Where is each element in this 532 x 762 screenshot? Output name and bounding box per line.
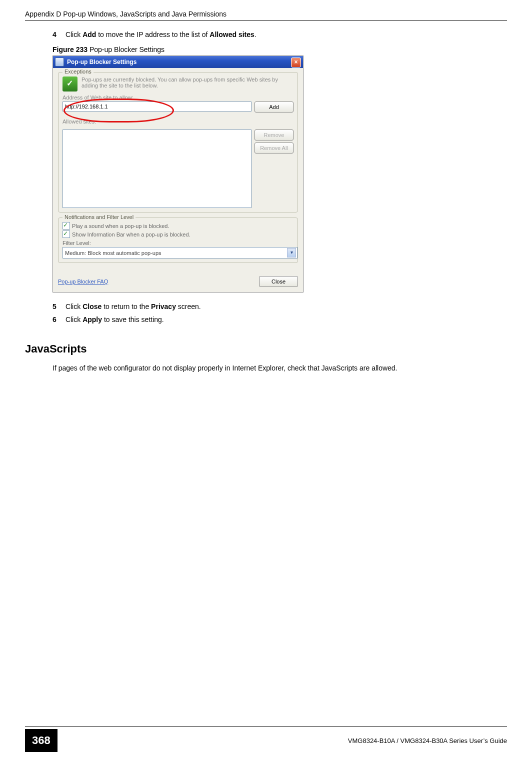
figure-number: Figure 233: [52, 46, 88, 54]
dialog-titlebar[interactable]: Pop-up Blocker Settings ×: [53, 56, 303, 68]
filter-level-value: Medium: Block most automatic pop-ups: [65, 250, 162, 256]
figure-caption: Figure 233 Pop-up Blocker Settings: [52, 46, 502, 54]
page-footer: 368 VMG8324-B10A / VMG8324-B30A Series U…: [25, 726, 507, 752]
header-rule: [25, 20, 507, 20]
page-number: 368: [25, 729, 58, 752]
step-5-text-b: to return to the: [102, 302, 151, 310]
play-sound-label: Play a sound when a pop-up is blocked.: [72, 223, 169, 229]
javascripts-heading: JavaScripts: [25, 342, 507, 356]
popup-blocker-settings-dialog: Pop-up Blocker Settings × Exceptions Pop…: [52, 56, 304, 292]
step-4-bold-add: Add: [82, 30, 96, 38]
dialog-title: Pop-up Blocker Settings: [67, 58, 136, 66]
step-5-bold-privacy: Privacy: [151, 302, 176, 310]
step-6-num: 6: [52, 316, 64, 324]
shield-check-icon: [62, 76, 78, 92]
remove-button[interactable]: Remove: [254, 130, 294, 140]
javascripts-paragraph: If pages of the web configurator do not …: [52, 364, 502, 373]
step-4-num: 4: [52, 30, 64, 38]
dialog-title-icon: [55, 58, 64, 66]
close-icon[interactable]: ×: [291, 58, 301, 68]
step-6-text-b: to save this setting.: [102, 316, 164, 324]
filter-level-select[interactable]: Medium: Block most automatic pop-ups ▾: [62, 247, 298, 258]
exceptions-group-title: Exceptions: [62, 68, 94, 74]
step-5-num: 5: [52, 302, 64, 310]
show-infobar-checkbox[interactable]: [62, 230, 70, 238]
step-4-text-b: to move the IP address to the list of: [96, 30, 210, 38]
close-button[interactable]: Close: [259, 276, 298, 287]
step-6-bold-apply: Apply: [82, 316, 102, 324]
step-5-bold-close: Close: [82, 302, 102, 310]
step-4-text-a: Click: [66, 30, 82, 38]
step-6-text-a: Click: [66, 316, 82, 324]
footer-guide-name: VMG8324-B10A / VMG8324-B30A Series User’…: [348, 737, 507, 744]
step-5-text-a: Click: [66, 302, 82, 310]
step-4-text-c: .: [254, 30, 256, 38]
step-5-text-c: screen.: [176, 302, 201, 310]
step-5: 5 Click Close to return to the Privacy s…: [52, 302, 502, 310]
allowed-sites-label: Allowed sites:: [62, 118, 294, 124]
notifications-group-title: Notifications and Filter Level: [62, 214, 136, 220]
add-button[interactable]: Add: [254, 102, 294, 112]
allowed-sites-listbox[interactable]: [62, 130, 252, 208]
notifications-group: Notifications and Filter Level Play a so…: [58, 218, 298, 263]
figure-title: Pop-up Blocker Settings: [88, 46, 164, 54]
chevron-down-icon: ▾: [287, 248, 296, 258]
address-label: Address of Web site to allow:: [62, 94, 294, 100]
step-4-bold-allowed: Allowed sites: [210, 30, 254, 38]
play-sound-checkbox[interactable]: [62, 222, 70, 230]
remove-all-button[interactable]: Remove All: [254, 142, 294, 154]
page-header: Appendix D Pop-up Windows, JavaScripts a…: [25, 10, 507, 20]
filter-level-label: Filter Level:: [62, 240, 294, 246]
show-infobar-label: Show Information Bar when a pop-up is bl…: [72, 232, 190, 238]
faq-link[interactable]: Pop-up Blocker FAQ: [58, 278, 108, 284]
address-input[interactable]: [62, 102, 252, 112]
step-6: 6 Click Apply to save this setting.: [52, 316, 502, 324]
step-4: 4 Click Add to move the IP address to th…: [52, 30, 502, 38]
exceptions-group: Exceptions Pop-ups are currently blocked…: [58, 72, 298, 212]
exceptions-info-text: Pop-ups are currently blocked. You can a…: [82, 76, 294, 88]
